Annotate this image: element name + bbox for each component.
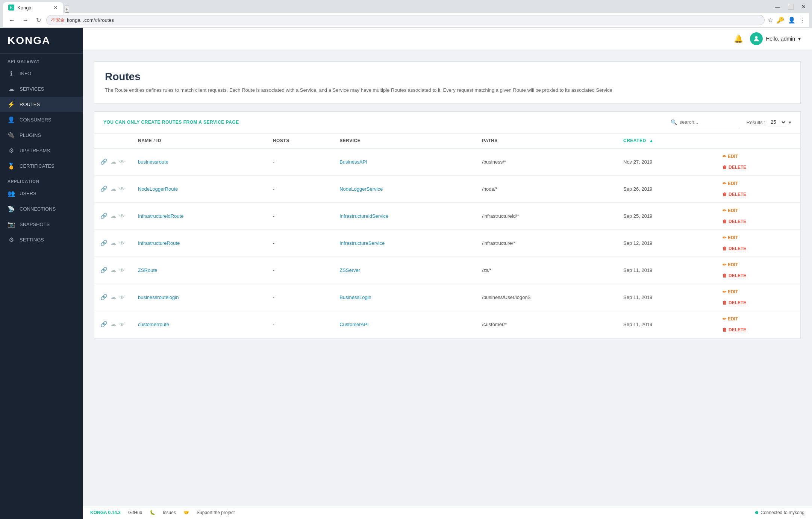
notification-bell-icon[interactable]: 🔔 [734,34,743,43]
sidebar-item-routes[interactable]: ⚡ ROUTES [0,97,83,112]
sidebar-item-upstreams[interactable]: ⚙ UPSTREAMS [0,143,83,158]
table-row: 🔗 ☁ 👁 NodeLoggerRoute - NodeLoggerServic… [94,175,800,202]
sidebar-item-certificates[interactable]: 🏅 CERTIFICATES [0,158,83,174]
user-menu[interactable]: Hello, admin ▾ [750,32,801,45]
route-name-link[interactable]: ZSRoute [138,267,157,273]
row-created: Nov 27, 2019 [617,148,717,176]
consumers-icon: 👤 [8,116,15,123]
service-link[interactable]: NodeLoggerService [339,186,383,192]
sidebar-item-snapshots[interactable]: 📷 SNAPSHOTS [0,217,83,232]
pencil-icon: ✏ [723,289,726,294]
settings-label: SETTINGS [20,237,44,243]
route-name-link[interactable]: businessroutelogin [138,294,179,300]
plugins-label: PLUGINS [20,132,41,138]
close-button[interactable]: ✕ [798,2,809,11]
github-link[interactable]: GitHub [128,510,142,515]
cloud-off-icon: ☁ [111,321,116,328]
consumers-label: CONSUMERS [20,117,52,123]
table-row: 🔗 ☁ 👁 ZSRoute - ZSServer /zs/* Sep 11, 2… [94,256,800,284]
page-title: Routes [105,71,790,83]
account-icon[interactable]: 👤 [788,17,795,24]
sidebar-item-settings[interactable]: ⚙ SETTINGS [0,232,83,247]
service-link[interactable]: BusinessAPI [339,159,367,165]
row-icons-cell: 🔗 ☁ 👁 [94,148,132,176]
tab-close-button[interactable]: ✕ [53,5,58,11]
delete-button[interactable]: 🗑 DELETE [723,300,794,305]
delete-button[interactable]: 🗑 DELETE [723,246,794,251]
service-link[interactable]: BusinessLogin [339,294,371,300]
browser-tab[interactable]: K Konga ✕ [3,2,63,13]
address-bar[interactable]: 不安全 konga. .com/#!/routes [46,15,765,25]
row-created: Sep 11, 2019 [617,256,717,284]
edit-button[interactable]: ✏ EDIT [723,208,794,213]
key-icon[interactable]: 🔑 [777,17,784,24]
search-input[interactable] [679,119,736,125]
upstreams-label: UPSTREAMS [20,148,50,153]
service-link[interactable]: InfrastructureidService [339,213,388,219]
sidebar-item-users[interactable]: 👥 USERS [0,186,83,201]
snapshots-icon: 📷 [8,221,15,228]
trash-icon: 🗑 [723,327,727,332]
route-name-link[interactable]: businessroute [138,159,168,165]
eye-icon: 👁 [119,294,125,300]
user-greeting: Hello, admin [766,36,795,42]
route-name-link[interactable]: customerroute [138,322,169,327]
edit-button[interactable]: ✏ EDIT [723,289,794,294]
search-box[interactable]: 🔍 [668,118,739,127]
edit-button[interactable]: ✏ EDIT [723,262,794,267]
forward-button[interactable]: → [20,15,31,25]
eye-icon: 👁 [119,159,125,165]
edit-button[interactable]: ✏ EDIT [723,181,794,186]
service-link[interactable]: CustomerAPI [339,322,368,327]
row-created: Sep 26, 2019 [617,175,717,202]
route-name-link[interactable]: InfrastructureidRoute [138,213,183,219]
pencil-icon: ✏ [723,235,726,240]
menu-icon[interactable]: ⋮ [799,17,805,24]
row-created: Sep 12, 2019 [617,229,717,256]
col-created[interactable]: CREATED ▲ [617,134,717,148]
row-paths: /customer/* [476,311,617,338]
delete-button[interactable]: 🗑 DELETE [723,192,794,197]
certificates-label: CERTIFICATES [20,163,55,169]
delete-button[interactable]: 🗑 DELETE [723,219,794,224]
trash-icon: 🗑 [723,246,727,251]
delete-button[interactable]: 🗑 DELETE [723,165,794,170]
avatar [750,32,763,45]
delete-button[interactable]: 🗑 DELETE [723,327,794,332]
link-off-icon: 🔗 [100,267,108,273]
row-actions: ✏ EDIT 🗑 DELETE [717,284,800,311]
sidebar-item-services[interactable]: ☁ SERVICES [0,81,83,97]
cloud-off-icon: ☁ [111,267,116,273]
row-hosts: - [267,148,333,176]
maximize-button[interactable]: ⬜ [785,2,797,11]
delete-button[interactable]: 🗑 DELETE [723,273,794,278]
row-service: ZSServer [333,256,476,284]
edit-button[interactable]: ✏ EDIT [723,235,794,240]
route-name-link[interactable]: InfrastructureRoute [138,240,180,246]
refresh-button[interactable]: ↻ [34,15,43,25]
sidebar-item-info[interactable]: ℹ INFO [0,66,83,81]
cloud-off-icon: ☁ [111,185,116,192]
service-link[interactable]: InfrastructureService [339,240,385,246]
sidebar-item-consumers[interactable]: 👤 CONSUMERS [0,112,83,127]
sidebar-item-connections[interactable]: 📡 CONNECTIONS [0,201,83,217]
sidebar-item-plugins[interactable]: 🔌 PLUGINS [0,127,83,143]
page-header: Routes The Route entities defines rules … [94,61,801,104]
new-tab-button[interactable]: + [65,6,69,13]
row-service: NodeLoggerService [333,175,476,202]
back-button[interactable]: ← [7,15,17,25]
issues-link[interactable]: Issues [163,510,176,515]
row-hosts: - [267,256,333,284]
results-select[interactable]: 25 50 100 [768,118,786,126]
service-link[interactable]: ZSServer [339,267,360,273]
bookmark-icon[interactable]: ☆ [768,17,773,24]
col-hosts: HOSTS [267,134,333,148]
edit-button[interactable]: ✏ EDIT [723,154,794,159]
edit-button[interactable]: ✏ EDIT [723,316,794,322]
minimize-button[interactable]: — [772,2,783,11]
sidebar-section-application: APPLICATION 👥 USERS 📡 CONNECTIONS 📷 SNAP… [0,174,83,247]
support-link[interactable]: Support the project [197,510,235,515]
info-label: INFO [20,71,31,76]
route-name-link[interactable]: NodeLoggerRoute [138,186,178,192]
row-actions: ✏ EDIT 🗑 DELETE [717,175,800,202]
